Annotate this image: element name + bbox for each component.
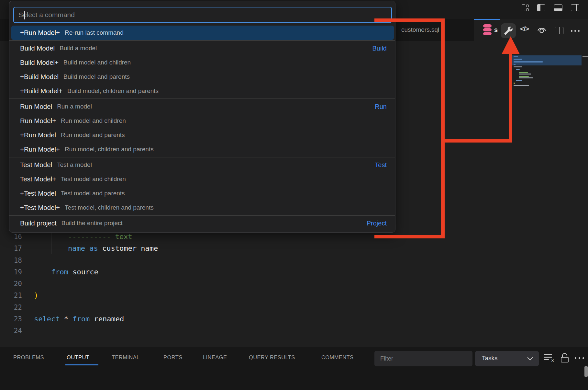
line-number: 21 <box>0 290 22 301</box>
filter-input[interactable] <box>374 351 472 366</box>
annotation-arrow-vertical-segment <box>441 18 445 238</box>
command-item[interactable]: +Test Model+ Test model, children and pa… <box>11 201 394 215</box>
line-number: 16 <box>0 231 22 243</box>
clear-output-icon[interactable]: × <box>544 353 553 362</box>
divider <box>9 98 395 99</box>
command-list: +Run Model+ Re-run last command Build Mo… <box>9 26 395 233</box>
active-tab-underline <box>65 364 98 365</box>
code-line: ) <box>34 290 38 301</box>
command-item[interactable]: +Run Model+ Re-run last command <box>11 26 394 40</box>
chevron-down-icon <box>527 355 533 361</box>
more-actions-icon[interactable] <box>571 30 582 32</box>
toggle-sidebar-icon[interactable] <box>537 4 546 13</box>
line-number: 24 <box>0 325 22 337</box>
command-item[interactable]: +Run Model Run model and parents <box>11 128 394 142</box>
line-number: 18 <box>0 255 22 266</box>
line-number: 19 <box>0 266 22 278</box>
divider <box>9 215 395 216</box>
indent-guide <box>51 231 51 254</box>
panel-more-actions-icon[interactable] <box>575 357 586 359</box>
indent-guide <box>34 231 34 278</box>
annotation-arrowhead <box>502 36 520 54</box>
tasks-dropdown[interactable]: Tasks <box>475 351 539 366</box>
lock-icon[interactable] <box>561 353 569 363</box>
divider <box>9 157 395 157</box>
minimap-selection <box>512 55 582 65</box>
command-item[interactable]: +Build Model+ Build model, children and … <box>11 84 394 98</box>
active-tab-indicator <box>474 19 500 20</box>
panel-tab-ports[interactable]: PORTS <box>163 354 183 361</box>
panel-scrollbar[interactable] <box>584 366 588 377</box>
code-line: from source <box>51 266 98 278</box>
toggle-secondary-sidebar-icon[interactable] <box>571 4 580 13</box>
panel-tab-output[interactable]: OUTPUT <box>67 354 89 361</box>
command-item[interactable]: Build project Build the entire project P… <box>11 216 394 230</box>
line-number: 20 <box>0 278 22 290</box>
bottom-panel: PROBLEMS OUTPUT TERMINAL PORTS LINEAGE Q… <box>0 347 588 390</box>
text-caret <box>24 11 25 19</box>
preview-icon[interactable] <box>536 25 547 37</box>
customize-layout-icon[interactable] <box>521 4 530 12</box>
code-line: select * from renamed <box>34 313 124 325</box>
panel-tab-lineage[interactable]: LINEAGE <box>203 354 227 361</box>
minimap[interactable] <box>512 49 582 133</box>
toggle-panel-icon[interactable] <box>554 4 563 13</box>
line-number: 17 <box>0 243 22 254</box>
command-input[interactable] <box>13 7 392 23</box>
panel-tab-problems[interactable]: PROBLEMS <box>13 354 44 361</box>
panel-tab-query-results[interactable]: QUERY RESULTS <box>249 354 295 361</box>
command-item[interactable]: Test Model+ Test model and children <box>11 172 394 186</box>
command-item[interactable]: +Test Model Test model and parents <box>11 186 394 201</box>
command-item[interactable]: Run Model Run a model Run <box>11 99 394 114</box>
tab-label: s <box>494 26 498 34</box>
command-item[interactable]: +Run Model+ Run model, children and pare… <box>11 142 394 156</box>
vscode-window: customers.sql s </> <box>0 0 588 390</box>
code-line: name as customer_name <box>68 243 158 254</box>
command-item[interactable]: Build Model Build a model Build <box>11 41 394 55</box>
split-editor-icon[interactable] <box>555 27 563 34</box>
command-item[interactable]: Build Model+ Build model and children <box>11 55 394 70</box>
database-icon <box>483 24 492 36</box>
panel-tab-terminal[interactable]: TERMINAL <box>112 354 140 361</box>
annotation-arrow-top-segment <box>374 18 445 22</box>
divider <box>9 40 395 41</box>
scrollbar-marker[interactable] <box>582 56 588 57</box>
annotation-arrow-connector-segment <box>441 139 512 143</box>
command-item[interactable]: Clean project Run `dbt clean` <box>11 230 394 233</box>
tasks-label: Tasks <box>482 355 498 362</box>
annotation-arrow-bottom-segment <box>374 235 445 238</box>
code-line: ---------- text <box>68 231 132 243</box>
command-item[interactable]: +Build Model Build model and parents <box>11 70 394 84</box>
command-palette: +Run Model+ Re-run last command Build Mo… <box>9 1 395 233</box>
annotation-arrow-shaft <box>509 52 512 143</box>
command-item[interactable]: Test Model Test a model Test <box>11 158 394 172</box>
tab-customers-sql[interactable]: customers.sql <box>397 19 474 41</box>
compiled-code-icon[interactable]: </> <box>520 25 529 33</box>
line-number: 22 <box>0 302 22 313</box>
panel-tab-comments[interactable]: COMMENTS <box>321 354 353 361</box>
tab-label: customers.sql <box>401 26 439 33</box>
tab-active[interactable]: s <box>474 19 500 41</box>
line-number: 23 <box>0 313 22 325</box>
command-item[interactable]: Run Model+ Run model and children <box>11 114 394 128</box>
